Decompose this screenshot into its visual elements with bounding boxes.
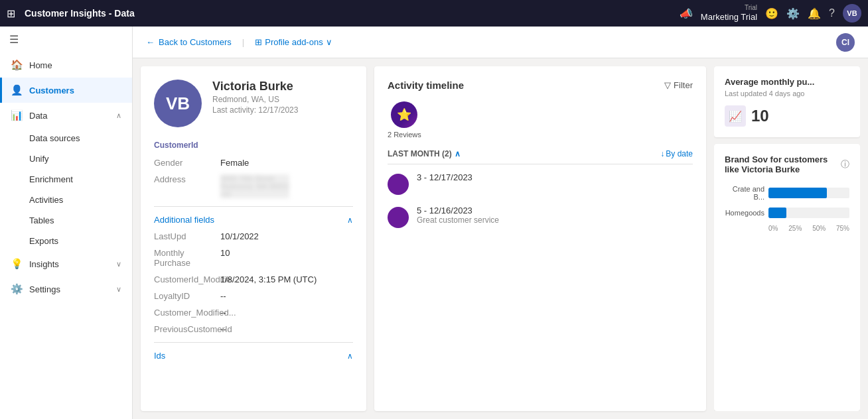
hamburger-menu[interactable]: ☰ <box>0 27 132 52</box>
prev-customer-value: -- <box>220 324 226 334</box>
sidebar-item-data[interactable]: 📊 Data ∧ <box>0 103 132 128</box>
brand-fill-crate <box>768 188 827 198</box>
axis-0: 0% <box>768 225 778 232</box>
period-chevron: ∧ <box>455 149 461 158</box>
sidebar-item-insights[interactable]: 💡 Insights ∨ <box>0 251 132 276</box>
brand-track-crate <box>768 188 849 198</box>
loyaltyid-label: LoyaltyID <box>154 291 214 301</box>
field-row-lastupd: LastUpd 10/1/2022 <box>154 231 353 241</box>
filter-icon: ▽ <box>664 80 671 90</box>
sidebar-item-customers[interactable]: 👤 Customers <box>0 78 132 103</box>
settings-icon[interactable]: ⚙️ <box>786 7 800 20</box>
sidebar-label-enrichment: Enrichment <box>29 174 73 184</box>
sidebar-item-exports[interactable]: Exports <box>0 231 132 251</box>
help-icon[interactable]: ? <box>829 7 835 19</box>
app-title: Customer Insights - Data <box>25 8 673 19</box>
gender-value: Female <box>220 158 249 168</box>
avg-monthly-title: Average monthly pu... <box>725 77 849 87</box>
info-icon[interactable]: ⓘ <box>841 158 849 170</box>
axis-50: 50% <box>812 225 826 232</box>
sidebar-item-enrichment[interactable]: Enrichment <box>0 169 132 190</box>
brand-chart: Crate and B... Homegoods 0 <box>725 185 849 232</box>
prev-customer-label: PreviousCustomerId <box>154 324 214 334</box>
back-to-customers-link[interactable]: ← Back to Customers <box>146 37 232 47</box>
customerid-mod-value: 1/8/2024, 3:15 PM (UTC) <box>220 274 317 284</box>
activity-icon-row: ⭐ 2 Reviews <box>388 101 693 139</box>
activity-entry-1: 3 - 12/17/2023 <box>388 172 693 195</box>
sidebar-item-activities[interactable]: Activities <box>0 190 132 210</box>
ids-collapse-icon: ∧ <box>347 351 353 361</box>
profile-addons-chevron: ∨ <box>326 37 332 47</box>
topbar: ⊞ Customer Insights - Data 📣 Trial Marke… <box>0 0 868 27</box>
grid-icon[interactable]: ⊞ <box>7 7 15 20</box>
sort-button[interactable]: ↓ By date <box>660 149 693 158</box>
ids-divider <box>154 342 353 343</box>
brand-axis: 0% 25% 50% 75% <box>768 225 849 232</box>
entry-content-2: 5 - 12/16/2023 Great customer service <box>417 206 693 225</box>
activity-icon-reviews: ⭐ 2 Reviews <box>388 101 421 139</box>
insights-icon: 💡 <box>11 258 23 270</box>
profile-addons-icon: ⊞ <box>255 37 262 47</box>
period-row: LAST MONTH (2) ∧ ↓ By date <box>388 149 693 164</box>
ids-label: Ids <box>154 351 165 361</box>
field-row-gender: Gender Female <box>154 158 353 168</box>
brand-sov-header: Brand Sov for customers like Victoria Bu… <box>725 154 849 174</box>
loyaltyid-value: -- <box>220 291 226 301</box>
sidebar-item-tables[interactable]: Tables <box>0 210 132 231</box>
brand-sov-title: Brand Sov for customers like Victoria Bu… <box>725 154 841 174</box>
avg-monthly-subtitle: Last updated 4 days ago <box>725 90 849 97</box>
additional-fields-header[interactable]: Additional fields ∧ <box>154 215 353 225</box>
panels: VB Victoria Burke Redmond, WA, US Last a… <box>133 58 868 419</box>
collapse-icon: ∧ <box>347 215 353 225</box>
address-label: Address <box>154 174 214 198</box>
sidebar-label-unify: Unify <box>29 154 49 164</box>
brand-fill-homegoods <box>768 208 786 218</box>
trial-label: Trial <box>745 4 757 12</box>
feedback-icon[interactable]: 🙂 <box>765 7 778 20</box>
field-row-monthly: Monthly Purchase 10 <box>154 248 353 268</box>
data-icon: 📊 <box>11 109 23 121</box>
topbar-divider: | <box>242 37 244 47</box>
lastupd-value: 10/1/2022 <box>220 231 259 241</box>
activity-title: Activity timeline <box>388 80 464 91</box>
axis-25: 25% <box>788 225 802 232</box>
sidebar-item-unify[interactable]: Unify <box>0 149 132 169</box>
megaphone-icon[interactable]: 📣 <box>680 7 693 20</box>
ci-logo: CI <box>836 33 855 52</box>
sidebar-label-home: Home <box>29 60 52 70</box>
axis-75: 75% <box>836 225 849 232</box>
avg-monthly-card: Average monthly pu... Last updated 4 day… <box>714 66 860 137</box>
entry-content-1: 3 - 12/17/2023 <box>417 172 693 182</box>
home-icon: 🏠 <box>11 59 23 71</box>
insight-number: 10 <box>751 107 769 125</box>
profile-header: VB Victoria Burke Redmond, WA, US Last a… <box>154 80 353 127</box>
insight-value-row: 📈 10 <box>725 105 849 127</box>
sidebar-label-tables: Tables <box>29 215 54 225</box>
additional-fields-label: Additional fields <box>154 215 214 225</box>
filter-button[interactable]: ▽ Filter <box>664 80 693 90</box>
user-avatar[interactable]: VB <box>843 4 861 23</box>
ids-header[interactable]: Ids ∧ <box>154 351 353 361</box>
notifications-icon[interactable]: 🔔 <box>808 7 821 20</box>
main-layout: ☰ 🏠 Home 👤 Customers 📊 Data ∧ Data sourc… <box>0 27 868 419</box>
sidebar-item-settings[interactable]: ⚙️ Settings ∨ <box>0 276 132 302</box>
activity-panel: Activity timeline ▽ Filter ⭐ 2 Reviews <box>374 66 706 411</box>
sidebar-item-data-sources[interactable]: Data sources <box>0 128 132 149</box>
profile-addons-label: Profile add-ons <box>265 37 323 47</box>
field-row-customerid-mod: CustomerId_Modifie... 1/8/2024, 3:15 PM … <box>154 274 353 284</box>
profile-addons-button[interactable]: ⊞ Profile add-ons ∨ <box>255 37 332 47</box>
entry-dot-2 <box>388 207 409 228</box>
profile-location: Redmond, WA, US <box>212 95 353 104</box>
monthly-value: 10 <box>220 248 230 268</box>
entry-score-2: 5 - 12/16/2023 <box>417 206 693 215</box>
avatar-initials: VB <box>166 93 190 114</box>
profile-name: Victoria Burke <box>212 80 353 93</box>
entry-sub-2: Great customer service <box>417 215 693 225</box>
sidebar-label-customers: Customers <box>29 86 74 95</box>
sidebar-label-data-sources: Data sources <box>29 133 80 143</box>
field-row-customer-mod: Customer_Modified... -- <box>154 308 353 318</box>
back-label: Back to Customers <box>159 37 232 47</box>
brand-track-homegoods <box>768 208 849 218</box>
sidebar-item-home[interactable]: 🏠 Home <box>0 52 132 78</box>
section-divider <box>154 206 353 207</box>
